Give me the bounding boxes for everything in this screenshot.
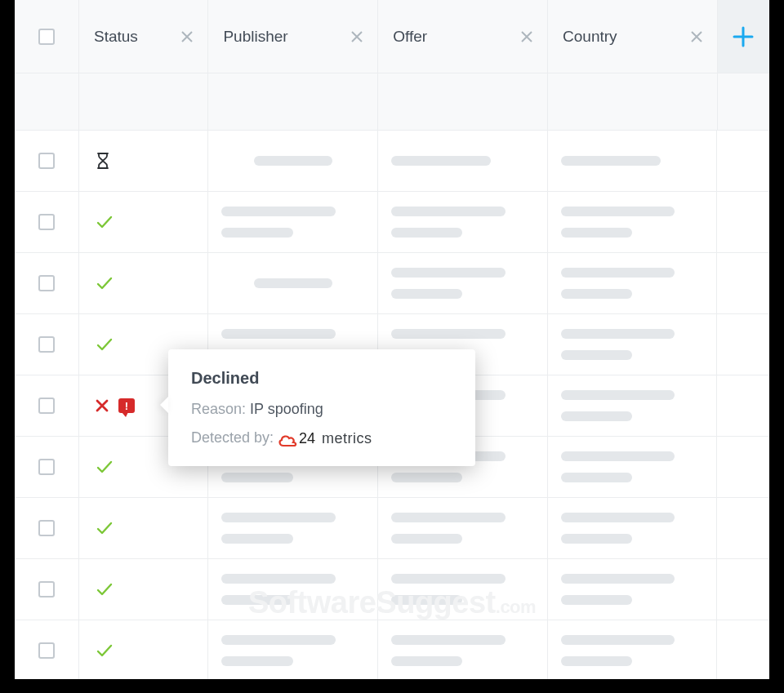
row-data-cell <box>548 253 718 313</box>
placeholder-pair <box>561 329 704 360</box>
row-checkbox-cell <box>15 498 79 558</box>
tooltip-detected-label: Detected by: <box>191 429 274 446</box>
check-icon <box>96 458 114 476</box>
header-publisher[interactable]: Publisher <box>208 0 378 73</box>
row-data-cell <box>378 192 548 252</box>
check-icon <box>96 335 114 353</box>
row-checkbox[interactable] <box>38 520 55 536</box>
row-checkbox-cell <box>15 314 79 375</box>
placeholder-pair <box>561 207 704 238</box>
header-status-label: Status <box>94 28 138 46</box>
row-add-cell <box>717 192 769 252</box>
placeholder-line <box>391 635 506 645</box>
row-checkbox[interactable] <box>38 214 55 230</box>
select-all-checkbox[interactable] <box>38 29 55 45</box>
check-icon <box>96 274 114 292</box>
row-checkbox[interactable] <box>38 459 55 475</box>
tooltip-reason-label: Reason: <box>191 401 246 417</box>
check-icon <box>96 519 114 537</box>
table-row[interactable] <box>15 253 769 314</box>
placeholder-line <box>561 574 675 584</box>
detector-logo: 24metrics <box>278 429 372 448</box>
placeholder-pair <box>561 268 704 299</box>
table-row[interactable] <box>15 620 769 679</box>
row-status-cell <box>79 559 208 620</box>
table-row[interactable] <box>15 131 769 192</box>
placeholder-pair <box>391 207 534 238</box>
row-checkbox-cell <box>15 559 79 620</box>
row-data-cell <box>378 559 548 620</box>
row-data-cell <box>378 253 548 313</box>
close-icon[interactable] <box>521 31 532 42</box>
row-data-cell <box>378 498 548 558</box>
placeholder-line <box>561 595 632 605</box>
declined-tooltip: Declined Reason: IP spoofing Detected by… <box>168 349 475 466</box>
row-status-cell <box>79 498 208 558</box>
row-data-cell <box>208 620 378 679</box>
check-icon <box>96 580 114 598</box>
row-status-cell <box>79 620 208 679</box>
row-data-cell <box>208 131 378 191</box>
close-icon[interactable] <box>181 31 193 42</box>
data-table: Status Publisher Offer Country <box>15 0 769 679</box>
placeholder-line <box>221 656 292 666</box>
filter-cell <box>15 73 79 130</box>
header-country[interactable]: Country <box>548 0 718 73</box>
row-checkbox[interactable] <box>38 275 55 291</box>
tooltip-reason-line: Reason: IP spoofing <box>191 401 452 418</box>
row-status-cell <box>79 253 208 313</box>
placeholder-line <box>391 207 506 216</box>
filter-cell <box>378 73 548 130</box>
table-row[interactable] <box>15 559 769 620</box>
placeholder-pair <box>561 635 704 666</box>
row-checkbox[interactable] <box>38 336 55 353</box>
check-icon <box>96 213 114 231</box>
close-icon[interactable] <box>691 31 702 42</box>
placeholder-line <box>561 411 632 421</box>
placeholder-line <box>391 534 462 544</box>
row-checkbox[interactable] <box>38 642 55 659</box>
placeholder-pair <box>561 574 704 605</box>
row-checkbox[interactable] <box>38 153 55 169</box>
filter-cell <box>208 73 378 130</box>
filter-cell <box>718 73 769 130</box>
placeholder-pair <box>561 451 704 482</box>
row-data-cell <box>548 559 718 620</box>
row-data-cell <box>548 375 718 436</box>
placeholder-line <box>561 350 632 360</box>
placeholder-line <box>391 574 506 584</box>
header-publisher-label: Publisher <box>223 28 287 46</box>
header-checkbox-cell <box>15 0 79 73</box>
close-icon[interactable] <box>351 31 363 42</box>
header-offer-label: Offer <box>393 28 427 46</box>
placeholder-line <box>561 390 675 400</box>
row-data-cell <box>548 192 718 252</box>
detector-brand-word: metrics <box>322 430 372 447</box>
chat-alert-icon[interactable]: ! <box>118 398 135 413</box>
row-data-cell <box>548 498 718 558</box>
header-offer[interactable]: Offer <box>378 0 548 73</box>
row-status-cell <box>79 192 208 252</box>
placeholder-pair <box>391 268 534 299</box>
placeholder-line <box>561 156 661 166</box>
table-row[interactable] <box>15 498 769 559</box>
add-column-button[interactable] <box>718 0 769 73</box>
placeholder-pair <box>221 635 364 666</box>
row-checkbox-cell <box>15 192 79 252</box>
row-data-cell <box>548 620 718 679</box>
placeholder-line <box>561 656 632 666</box>
placeholder-line <box>561 207 675 216</box>
placeholder-pair <box>561 156 704 166</box>
row-checkbox[interactable] <box>38 398 55 414</box>
row-checkbox-cell <box>15 375 79 436</box>
placeholder-line <box>221 595 292 605</box>
header-status[interactable]: Status <box>79 0 208 73</box>
filter-cell <box>548 73 718 130</box>
table-row[interactable] <box>15 192 769 253</box>
row-checkbox[interactable] <box>38 581 55 597</box>
placeholder-line <box>561 635 675 645</box>
placeholder-line <box>391 268 506 278</box>
filter-cell <box>79 73 208 130</box>
row-data-cell <box>378 620 548 679</box>
detector-brand-number: 24 <box>299 430 315 447</box>
